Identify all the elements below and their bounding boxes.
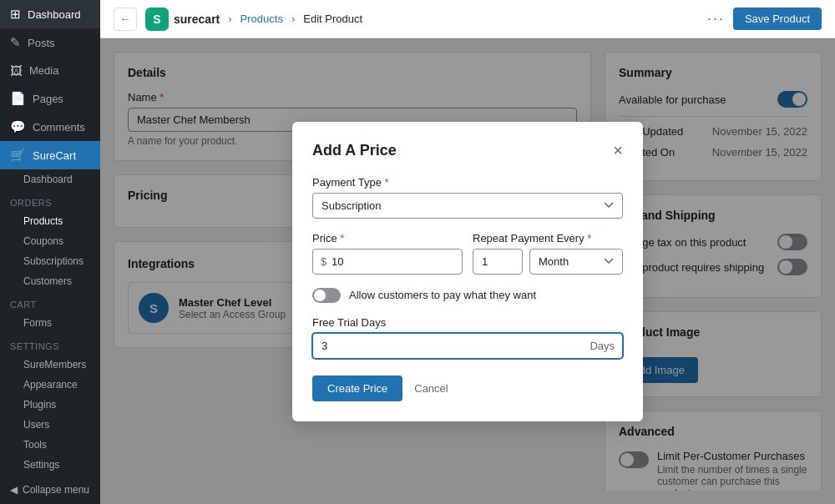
logo-icon: S: [145, 8, 169, 31]
allow-pay-toggle[interactable]: [312, 288, 341, 303]
cart-section: Cart: [0, 291, 100, 313]
sidebar-item-media[interactable]: 🖼 Media: [0, 57, 100, 84]
sidebar-item-label: Media: [29, 64, 58, 77]
main-area: ← S surecart › Products › Edit Product ·…: [100, 0, 835, 504]
sidebar-sub-label: Coupons: [23, 235, 63, 247]
trial-days-field: Free Trial Days Days: [312, 316, 623, 359]
sidebar-item-comments[interactable]: 💬 Comments: [0, 113, 100, 141]
modal-header: Add A Price ×: [312, 142, 623, 159]
surecart-icon: 🛒: [10, 148, 26, 163]
sidebar-item-posts[interactable]: ✎ Posts: [0, 28, 100, 57]
breadcrumb-sep-1: ›: [228, 13, 231, 25]
topbar: ← S surecart › Products › Edit Product ·…: [100, 0, 835, 38]
price-repeat-row: Price * $ Repeat Payment Every *: [312, 232, 623, 275]
sidebar-sub-plugins[interactable]: Plugins: [0, 395, 100, 415]
save-product-button[interactable]: Save Product: [733, 8, 822, 30]
modal-close-button[interactable]: ×: [613, 142, 623, 159]
modal-actions: Create Price Cancel: [312, 375, 623, 401]
sidebar-sub-coupons[interactable]: Coupons: [0, 231, 100, 251]
price-label: Price *: [312, 232, 463, 244]
cancel-button[interactable]: Cancel: [411, 375, 451, 401]
price-input[interactable]: [312, 249, 463, 275]
sidebar-sub-label: Subscriptions: [23, 255, 84, 267]
sidebar-item-label: Dashboard: [28, 8, 81, 21]
back-icon: ←: [119, 13, 130, 25]
create-price-button[interactable]: Create Price: [312, 375, 402, 401]
trial-label: Free Trial Days: [312, 316, 623, 329]
payment-type-label: Payment Type *: [312, 176, 623, 189]
brand-logo: S surecart: [145, 8, 220, 31]
allow-pay-toggle-row: Allow customers to pay what they want: [312, 288, 623, 303]
brand-name: surecart: [174, 13, 220, 26]
sidebar-sub-forms[interactable]: Forms: [0, 313, 100, 333]
collapse-icon: ◀: [10, 484, 18, 496]
sidebar-sub-appearance[interactable]: Appearance: [0, 375, 100, 395]
media-icon: 🖼: [10, 63, 23, 78]
sidebar-sub-users[interactable]: Users: [0, 415, 100, 435]
repeat-number-input[interactable]: [473, 249, 523, 275]
sidebar-sub-products[interactable]: Products: [0, 211, 100, 231]
posts-icon: ✎: [10, 35, 21, 50]
sidebar-item-label: Comments: [33, 121, 85, 134]
trial-days-input[interactable]: [312, 333, 623, 359]
payment-type-select[interactable]: Subscription One Time: [312, 193, 623, 219]
dashboard-icon: ⊞: [10, 7, 21, 22]
trial-suffix: Days: [590, 340, 615, 352]
settings-section-label: Settings: [0, 333, 100, 355]
sidebar-sub-label: Customers: [23, 275, 72, 287]
repeat-unit-select[interactable]: Day Week Month Year: [529, 249, 623, 275]
pages-icon: 📄: [10, 91, 26, 106]
sidebar-sub-customers[interactable]: Customers: [0, 271, 100, 291]
sidebar-item-pages[interactable]: 📄 Pages: [0, 84, 100, 113]
repeat-field: Repeat Payment Every * Day Week Month Ye…: [473, 232, 623, 275]
breadcrumb-products[interactable]: Products: [240, 13, 283, 25]
allow-pay-label: Allow customers to pay what they want: [349, 289, 536, 301]
sidebar-sub-settings[interactable]: Settings: [0, 455, 100, 475]
modal-title: Add A Price: [312, 142, 397, 159]
breadcrumb-edit-product: Edit Product: [303, 13, 362, 25]
trial-input-wrapper: Days: [312, 333, 623, 359]
sidebar: ⊞ Dashboard ✎ Posts 🖼 Media 📄 Pages 💬 Co…: [0, 0, 100, 504]
more-options-button[interactable]: ···: [707, 10, 725, 28]
sidebar-sub-label: Products: [23, 215, 63, 227]
orders-section-label: Orders: [0, 189, 100, 211]
sidebar-sub-subscriptions[interactable]: Subscriptions: [0, 251, 100, 271]
modal-overlay: Add A Price × Payment Type * Subscriptio…: [100, 38, 835, 504]
sidebar-item-surecart[interactable]: 🛒 SureCart: [0, 141, 100, 169]
sidebar-item-dashboard[interactable]: ⊞ Dashboard: [0, 0, 100, 28]
page-body: Details Name * A name for your product. …: [100, 38, 835, 504]
sidebar-item-label: SureCart: [33, 149, 76, 162]
price-input-wrapper: $: [312, 249, 463, 275]
sidebar-item-label: Pages: [33, 93, 63, 105]
collapse-menu-button[interactable]: ◀ Collapse menu: [0, 476, 100, 504]
repeat-label: Repeat Payment Every *: [473, 232, 623, 244]
price-field: Price * $: [312, 232, 463, 275]
price-currency-symbol: $: [321, 255, 326, 268]
sidebar-sub-suremembers[interactable]: SureMembers: [0, 355, 100, 375]
sidebar-sub-tools[interactable]: Tools: [0, 435, 100, 455]
sidebar-sub-label: Dashboard: [23, 174, 73, 185]
repeat-group: Day Week Month Year: [473, 249, 623, 275]
payment-type-field: Payment Type * Subscription One Time: [312, 176, 623, 219]
breadcrumb-sep-2: ›: [291, 13, 295, 25]
comments-icon: 💬: [10, 119, 26, 134]
add-price-modal: Add A Price × Payment Type * Subscriptio…: [292, 122, 643, 421]
collapse-label: Collapse menu: [23, 484, 89, 496]
sidebar-sub-dashboard[interactable]: Dashboard: [0, 169, 100, 189]
back-button[interactable]: ←: [114, 8, 137, 31]
sidebar-item-label: Posts: [28, 37, 55, 49]
